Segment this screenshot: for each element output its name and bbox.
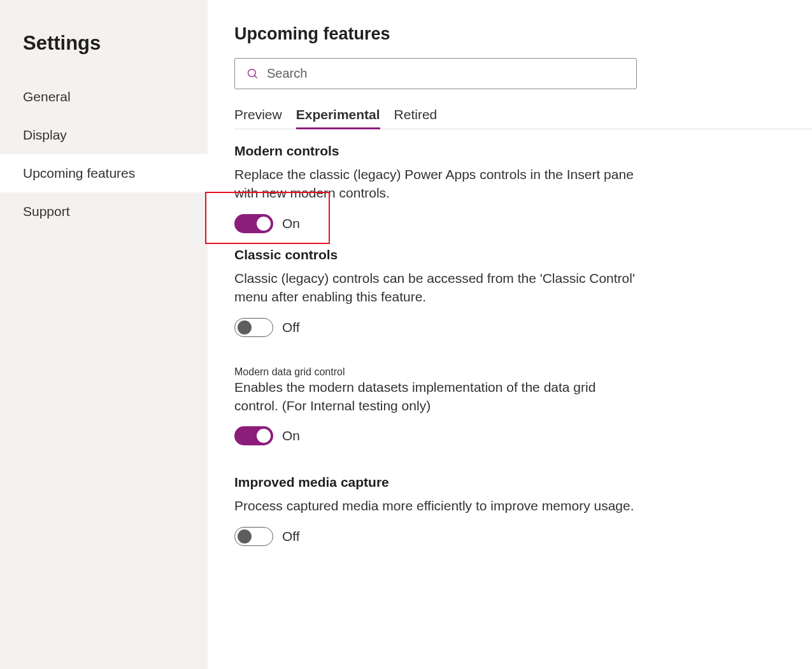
sidebar-item-label: Support — [23, 204, 70, 219]
toggle-modern-controls[interactable] — [234, 214, 273, 233]
toggle-row: Off — [234, 527, 642, 546]
svg-line-1 — [255, 75, 257, 78]
feature-title: Improved media capture — [234, 475, 642, 490]
tab-label: Retired — [394, 107, 438, 122]
toggle-knob — [257, 429, 271, 443]
page-title: Upcoming features — [234, 24, 812, 44]
sidebar-item-label: Upcoming features — [23, 166, 135, 180]
tab-experimental[interactable]: Experimental — [296, 107, 380, 129]
search-icon — [246, 68, 259, 80]
toggle-row: Off — [234, 318, 642, 337]
feature-description: Classic (legacy) controls can be accesse… — [234, 269, 642, 306]
sidebar-item-support[interactable]: Support — [0, 192, 208, 231]
tab-label: Preview — [234, 107, 282, 122]
sidebar-title: Settings — [0, 32, 208, 78]
toggle-knob — [238, 320, 252, 334]
feature-classic-controls: Classic controls Classic (legacy) contro… — [234, 247, 642, 337]
feature-title: Modern data grid control — [234, 366, 642, 378]
toggle-state-label: Off — [282, 320, 300, 335]
feature-modern-controls: Modern controls Replace the classic (leg… — [234, 143, 642, 233]
feature-title: Classic controls — [234, 247, 642, 263]
search-box[interactable] — [234, 58, 637, 89]
toggle-row: On — [234, 426, 642, 445]
toggle-row: On — [234, 214, 642, 233]
svg-point-0 — [248, 69, 256, 76]
sidebar-item-label: General — [23, 89, 71, 104]
feature-improved-media-capture: Improved media capture Process captured … — [234, 475, 642, 545]
tab-retired[interactable]: Retired — [394, 107, 438, 129]
toggle-state-label: On — [282, 428, 300, 443]
feature-description: Process captured media more efficiently … — [234, 496, 642, 515]
sidebar-item-general[interactable]: General — [0, 78, 208, 116]
toggle-state-label: Off — [282, 529, 300, 544]
feature-description: Enables the modern datasets implementati… — [234, 378, 642, 415]
sidebar-item-upcoming-features[interactable]: Upcoming features — [0, 154, 208, 192]
main-content: Upcoming features Preview Experimental R… — [208, 0, 812, 669]
sidebar: Settings General Display Upcoming featur… — [0, 0, 208, 669]
feature-title: Modern controls — [234, 143, 642, 159]
tabs: Preview Experimental Retired — [234, 107, 812, 129]
tab-label: Experimental — [296, 107, 380, 122]
feature-modern-data-grid: Modern data grid control Enables the mod… — [234, 366, 642, 446]
toggle-knob — [238, 529, 252, 543]
sidebar-item-display[interactable]: Display — [0, 116, 208, 154]
toggle-classic-controls[interactable] — [234, 318, 273, 337]
tab-preview[interactable]: Preview — [234, 107, 282, 129]
sidebar-item-label: Display — [23, 127, 67, 142]
toggle-knob — [257, 217, 271, 231]
toggle-state-label: On — [282, 216, 300, 231]
feature-description: Replace the classic (legacy) Power Apps … — [234, 165, 642, 203]
toggle-modern-data-grid[interactable] — [234, 426, 273, 445]
toggle-improved-media-capture[interactable] — [234, 527, 273, 546]
search-input[interactable] — [267, 66, 625, 81]
